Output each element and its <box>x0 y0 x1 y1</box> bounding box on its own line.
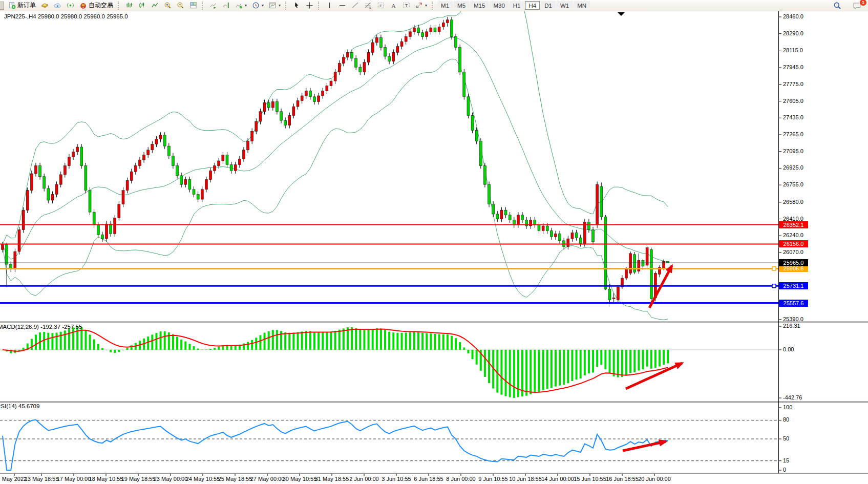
rsi-line <box>3 419 668 470</box>
hline-handle[interactable] <box>772 267 776 270</box>
chart-shift-marker[interactable] <box>618 12 625 16</box>
chart-title: JPN225-,H4 25980.0 25980.0 25960.0 25965… <box>4 13 128 19</box>
hline-handle[interactable] <box>772 284 776 288</box>
mt4-window: 新订单 自动交易 <box>0 0 868 484</box>
macd-indicator-label: MACD(12,26,9) -192.37 -257.55 <box>0 324 82 330</box>
rsi-indicator-label: RSI(14) 45.6709 <box>0 403 39 409</box>
chart-canvas[interactable] <box>0 0 868 484</box>
bollinger-bands <box>3 0 668 320</box>
time-axis[interactable] <box>0 474 778 484</box>
price-axis[interactable] <box>778 11 868 473</box>
candlesticks <box>2 17 669 304</box>
